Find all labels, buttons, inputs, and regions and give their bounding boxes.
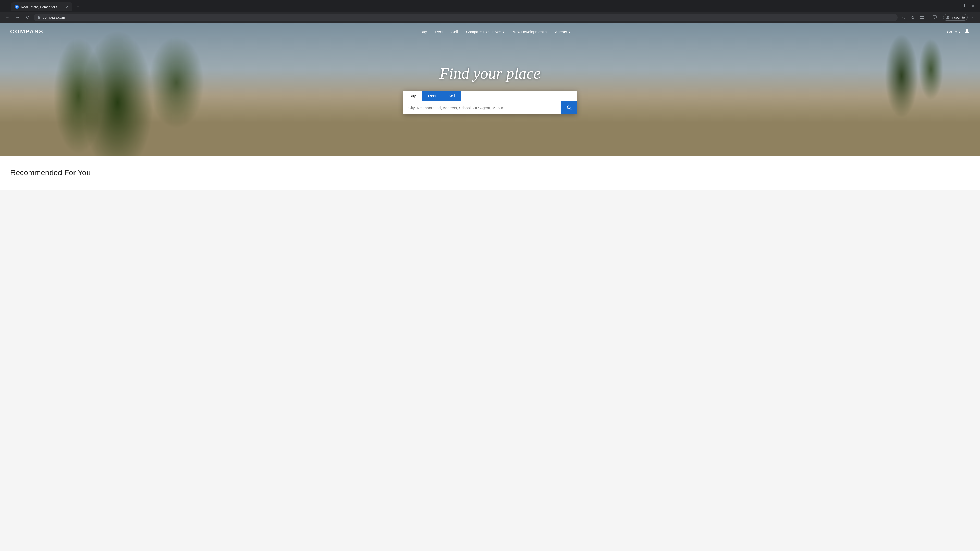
profile-icon[interactable] <box>964 28 970 35</box>
tab-favicon: C <box>15 5 19 9</box>
search-button[interactable] <box>562 101 577 114</box>
address-text: compass.com <box>43 15 894 19</box>
search-input-row <box>403 101 577 114</box>
browser-chrome: C Real Estate, Homes for Sale & ... × + … <box>0 0 980 23</box>
nav-sell-link[interactable]: Sell <box>452 30 458 34</box>
nav-rent-link[interactable]: Rent <box>435 30 443 34</box>
hero-section: COMPASS Buy Rent Sell Compass Exclusives… <box>0 23 980 156</box>
search-tab-buy[interactable]: Buy <box>403 91 422 101</box>
svg-point-11 <box>947 16 948 17</box>
svg-rect-6 <box>920 17 922 19</box>
browser-tab-active[interactable]: C Real Estate, Homes for Sale & ... × <box>11 2 73 11</box>
extensions-button[interactable] <box>918 13 926 21</box>
nav-right: Go To <box>947 28 970 35</box>
svg-rect-0 <box>38 17 40 19</box>
search-toolbar-button[interactable] <box>900 13 908 21</box>
svg-rect-4 <box>920 16 922 17</box>
search-tab-rent[interactable]: Rent <box>422 91 442 101</box>
svg-rect-8 <box>933 16 936 18</box>
compass-exclusives-chevron-icon <box>502 30 504 34</box>
svg-point-13 <box>973 17 974 18</box>
site-logo[interactable]: COMPASS <box>10 28 44 35</box>
window-controls: − ❐ ✕ <box>950 2 977 12</box>
nav-new-development-link[interactable]: New Development <box>512 30 547 34</box>
lock-icon <box>37 15 41 20</box>
goto-chevron-icon <box>958 30 960 34</box>
svg-line-2 <box>904 18 905 19</box>
svg-marker-3 <box>912 16 915 19</box>
below-fold-section: Recommended For You <box>0 156 980 190</box>
forward-button[interactable]: → <box>13 13 21 21</box>
toolbar-actions: Incognito <box>900 13 977 21</box>
hero-title: Find your place <box>403 64 577 83</box>
nav-links: Buy Rent Sell Compass Exclusives New Dev… <box>420 30 570 34</box>
svg-point-16 <box>567 106 570 109</box>
svg-rect-7 <box>922 17 924 19</box>
search-tab-sell[interactable]: Sell <box>442 91 461 101</box>
menu-button[interactable] <box>969 13 977 21</box>
agents-chevron-icon <box>568 30 570 34</box>
tab-list-button[interactable] <box>3 4 9 10</box>
bookmark-button[interactable] <box>909 13 917 21</box>
recommended-section-title: Recommended For You <box>10 168 970 177</box>
browser-toolbar: ← → ↺ compass.com <box>0 12 980 23</box>
browser-tab-bar: C Real Estate, Homes for Sale & ... × + … <box>0 0 980 12</box>
svg-point-1 <box>902 16 904 18</box>
incognito-label: Incognito <box>951 16 965 19</box>
tab-title: Real Estate, Homes for Sale & ... <box>21 5 64 9</box>
nav-agents-link[interactable]: Agents <box>555 30 570 34</box>
new-development-chevron-icon <box>545 30 547 34</box>
search-input[interactable] <box>403 102 562 114</box>
svg-point-15 <box>966 29 968 31</box>
svg-line-17 <box>570 109 572 110</box>
website: COMPASS Buy Rent Sell Compass Exclusives… <box>0 23 980 190</box>
window-switcher-button[interactable] <box>931 13 939 21</box>
close-window-button[interactable]: ✕ <box>969 2 977 10</box>
hero-content: Find your place Buy Rent Sell <box>403 64 577 114</box>
search-box: Buy Rent Sell <box>403 91 577 114</box>
minimize-button[interactable]: − <box>950 2 957 10</box>
nav-goto-link[interactable]: Go To <box>947 30 960 34</box>
nav-compass-exclusives-link[interactable]: Compass Exclusives <box>466 30 504 34</box>
svg-point-14 <box>973 19 974 19</box>
new-tab-button[interactable]: + <box>75 3 82 11</box>
address-bar[interactable]: compass.com <box>34 14 897 21</box>
site-navigation: COMPASS Buy Rent Sell Compass Exclusives… <box>0 23 980 40</box>
incognito-profile-button[interactable]: Incognito <box>943 14 968 21</box>
restore-button[interactable]: ❐ <box>959 2 967 10</box>
nav-buy-link[interactable]: Buy <box>420 30 427 34</box>
back-button[interactable]: ← <box>3 13 11 21</box>
svg-point-12 <box>973 16 974 16</box>
svg-rect-5 <box>922 16 924 17</box>
search-tabs: Buy Rent Sell <box>403 91 577 101</box>
refresh-button[interactable]: ↺ <box>24 13 32 21</box>
tab-close-button[interactable]: × <box>65 4 69 10</box>
